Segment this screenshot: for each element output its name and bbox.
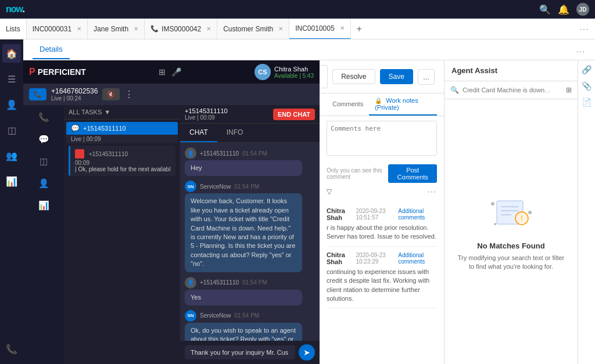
now-logo-text: now. xyxy=(6,4,24,15)
sidebar-phone-icon[interactable]: 📞 xyxy=(2,340,21,358)
chat-message-4: SN ServiceNow 01:54 PM Ok, do you wish t… xyxy=(185,310,315,341)
tab-lists[interactable]: Lists xyxy=(0,19,27,39)
cti-chat-messages: 👤 +15145311110 01:54 PM Hey SN xyxy=(180,143,320,341)
chat-time-4: 01:54 PM xyxy=(234,312,259,319)
agent-assist-search-input[interactable] xyxy=(463,87,562,93)
chat-sender-3: +15145311110 xyxy=(200,279,239,286)
notification-icon[interactable]: 🔔 xyxy=(558,4,569,15)
sidebar-layers-icon[interactable]: ◫ xyxy=(2,121,21,139)
chat-sender-1: +15145311110 xyxy=(200,150,239,157)
chat-message-2: SN ServiceNow 01:54 PM Welcome back, Cus… xyxy=(185,181,315,272)
cti-task-queue-item[interactable]: +15145311110 00:09 | Ok, please hold for… xyxy=(69,146,175,176)
cti-chat-task-icon: 💬 xyxy=(71,124,80,132)
cti-agent-name: Chitra Shah xyxy=(274,66,314,73)
sidebar-user-icon[interactable]: 👤 xyxy=(2,95,21,114)
cti-layers-left-icon[interactable]: ◫ xyxy=(37,154,50,169)
search-icon[interactable]: 🔍 xyxy=(539,4,551,15)
activity-filter-icon[interactable]: ▽ xyxy=(327,188,332,196)
work-notes-tab[interactable]: 🔒 Work notes (Private) xyxy=(369,93,437,116)
activity-more-icon[interactable]: ··· xyxy=(428,188,437,196)
assign-to-me-button[interactable]: Assign to me xyxy=(320,65,328,88)
chat-bubble-3: Yes xyxy=(185,290,302,305)
right-paperclip-icon[interactable]: 📎 xyxy=(582,81,592,91)
comments-textarea[interactable] xyxy=(327,121,437,156)
cti-dropdown-arrow[interactable]: ▼ xyxy=(104,109,110,116)
chat-sender-4: ServiceNow xyxy=(200,312,231,319)
phone-icon: 📞 xyxy=(150,25,159,33)
more-tabs-button[interactable]: ··· xyxy=(574,19,595,39)
no-matches-title: No Matches Found xyxy=(477,242,544,250)
comments-tab[interactable]: Comments xyxy=(327,97,369,112)
tab-inc0010005[interactable]: INC0010005 ✕ xyxy=(289,19,350,39)
agent-assist-search: 🔍 ⊞ xyxy=(445,81,578,99)
cti-chat-header-time: Live | 00:09 xyxy=(185,114,228,121)
details-more-button[interactable]: ... xyxy=(576,46,586,54)
cti-send-button[interactable]: ➤ xyxy=(299,344,315,361)
right-panel: Assign to me Resolve Save ... Comments 🔒… xyxy=(320,60,444,364)
add-tab-button[interactable]: + xyxy=(351,19,368,39)
tab-customer-smith[interactable]: Customer Smith ✕ xyxy=(217,19,289,39)
cti-body: 📞 💬 ◫ 👤 📊 ALL TASKS ▼ xyxy=(23,105,320,364)
work-notes-tabs: Comments 🔒 Work notes (Private) xyxy=(320,93,444,116)
top-bar: now. 🔍 🔔 JD xyxy=(0,0,595,19)
cti-info-tab[interactable]: INFO xyxy=(217,124,253,142)
cti-phone-time: Live | 00:24 xyxy=(51,95,98,102)
details-tab[interactable]: Details xyxy=(33,40,70,59)
cti-chart-left-icon[interactable]: 📊 xyxy=(36,198,52,213)
tab-customer-smith-close[interactable]: ✕ xyxy=(278,26,283,32)
tab-jane-smith-close[interactable]: ✕ xyxy=(134,26,138,32)
save-button[interactable]: Save xyxy=(380,69,413,84)
sidebar-home-icon[interactable]: 🏠 xyxy=(2,44,21,63)
right-doc-icon[interactable]: 📄 xyxy=(582,98,592,107)
activity-date-1: 2020-09-23 10:23:29 xyxy=(356,252,395,265)
sidebar-menu-icon[interactable]: ☰ xyxy=(2,70,21,88)
tab-ims0000042-label: IMS0000042 xyxy=(162,25,201,33)
tab-inc0000031-label: INC0000031 xyxy=(33,25,71,33)
agent-assist-filter-icon[interactable]: ⊞ xyxy=(566,86,572,94)
chat-bubble-1: Hey xyxy=(185,160,302,176)
tab-inc0000031-close[interactable]: ✕ xyxy=(77,26,81,32)
tab-inc0010005-close[interactable]: ✕ xyxy=(340,25,345,31)
tab-ims0000042[interactable]: 📞 IMS0000042 ✕ xyxy=(145,19,217,39)
chat-avatar-sn: SN xyxy=(185,181,196,192)
tab-jane-smith[interactable]: Jane Smith ✕ xyxy=(88,19,145,39)
chat-bubble-2: Welcome back, Customer. It looks like yo… xyxy=(185,193,302,272)
cti-person-left-icon[interactable]: 👤 xyxy=(36,176,52,191)
user-avatar[interactable]: JD xyxy=(576,3,589,16)
main-layout: 🏠 ☰ 👤 ◫ 👥 📊 📞 Details ... P PERFICIENT xyxy=(0,39,595,364)
form-more-button[interactable]: ... xyxy=(418,69,435,85)
sidebar-people-icon[interactable]: 👥 xyxy=(2,146,21,165)
chat-avatar-user-1: 👤 xyxy=(185,147,196,159)
post-comments-button[interactable]: Post Comments xyxy=(388,164,437,183)
cti-agent-avatar: CS xyxy=(255,64,271,80)
cti-mute-button[interactable]: 🔇 xyxy=(102,88,120,100)
activity-link-1[interactable]: Additional comments xyxy=(398,252,437,265)
no-matches-illustration: ! xyxy=(488,192,535,235)
tab-inc0000031[interactable]: INC0000031 ✕ xyxy=(27,19,88,39)
activity-link-0[interactable]: Additional comments xyxy=(398,208,437,221)
cti-grid-icon[interactable]: ⊞ xyxy=(159,67,166,77)
comments-area xyxy=(320,116,444,162)
tab-inc0010005-label: INC0010005 xyxy=(295,24,334,33)
cti-phone-left-icon[interactable]: 📞 xyxy=(36,110,52,125)
cti-more-icon[interactable]: ⋮ xyxy=(124,89,134,100)
tab-customer-smith-label: Customer Smith xyxy=(223,25,273,33)
cti-chat-left-icon[interactable]: 💬 xyxy=(36,132,52,147)
cti-phone-bar: 📞 +16467602536 Live | 00:24 🔇 ⋮ xyxy=(23,84,320,105)
tab-ims0000042-close[interactable]: ✕ xyxy=(206,26,211,32)
cti-active-task[interactable]: 💬 +15145311110 Live | 00:09 xyxy=(66,122,178,143)
chat-bubble-4: Ok, do you wish to speak to an agent abo… xyxy=(185,323,302,341)
activity-item-0-header: Chitra Shah 2020-09-23 10:51:57 Addition… xyxy=(327,207,437,221)
cti-chat-input[interactable] xyxy=(185,345,295,359)
resolve-button[interactable]: Resolve xyxy=(332,69,375,84)
cti-chat-tab[interactable]: CHAT xyxy=(180,124,217,142)
cti-mic-icon[interactable]: 🎤 xyxy=(171,67,181,77)
cti-chat-input-bar: ➤ xyxy=(180,341,320,364)
nav-tabs-bar: Lists INC0000031 ✕ Jane Smith ✕ 📞 IMS000… xyxy=(0,19,595,39)
tab-lists-label: Lists xyxy=(6,25,20,33)
sidebar-chart-icon[interactable]: 📊 xyxy=(2,172,21,190)
end-chat-button[interactable]: END CHAT xyxy=(273,109,315,120)
right-link-icon[interactable]: 🔗 xyxy=(582,65,592,74)
cti-call-button[interactable]: 📞 xyxy=(29,88,46,100)
chat-message-1-meta: 👤 +15145311110 01:54 PM xyxy=(185,147,315,159)
